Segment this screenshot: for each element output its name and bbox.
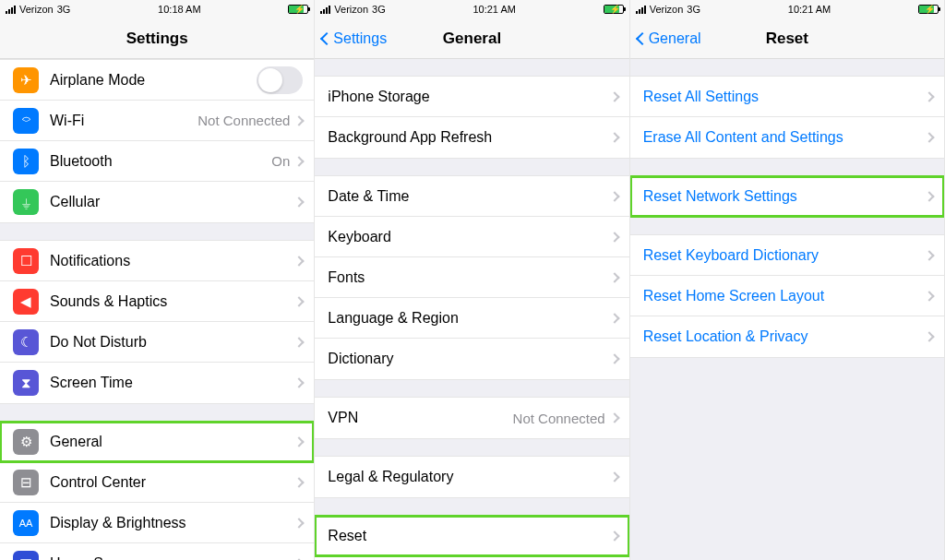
signal-icon	[320, 6, 330, 14]
row-label: Wi-Fi	[50, 113, 197, 129]
row-label: Reset Network Settings	[643, 188, 926, 205]
row-date-time[interactable]: Date & Time	[315, 176, 628, 217]
row-fonts[interactable]: Fonts	[315, 257, 628, 298]
row-label: Cellular	[50, 194, 295, 210]
row-erase-all-content-and-settings[interactable]: Erase All Content and Settings	[630, 117, 944, 158]
status-time: 10:18 AM	[158, 4, 200, 15]
signal-icon	[6, 6, 16, 14]
page-title: Reset	[766, 30, 808, 48]
row-control-center[interactable]: ⊟Control Center	[0, 462, 314, 503]
chevron-left-icon	[320, 31, 333, 44]
row-language-region[interactable]: Language & Region	[315, 298, 628, 339]
home-screen-icon: ▦	[13, 551, 39, 561]
chevron-right-icon	[609, 132, 619, 142]
chevron-right-icon	[294, 156, 305, 166]
row-reset-location-privacy[interactable]: Reset Location & Privacy	[630, 316, 944, 357]
row-vpn[interactable]: VPNNot Connected	[315, 398, 628, 438]
chevron-right-icon	[609, 91, 619, 101]
row-label: Screen Time	[50, 375, 295, 391]
row-display-brightness[interactable]: AADisplay & Brightness	[0, 503, 314, 543]
airplane-mode-icon: ✈	[13, 67, 39, 93]
row-sounds-haptics[interactable]: ◀Sounds & Haptics	[0, 281, 314, 322]
row-label: Notifications	[50, 253, 295, 269]
row-keyboard[interactable]: Keyboard	[315, 217, 628, 257]
settings-group: Reset Keyboard DictionaryReset Home Scre…	[630, 234, 944, 358]
chevron-right-icon	[924, 250, 934, 260]
row-label: Background App Refresh	[328, 129, 610, 146]
toggle-airplane-mode[interactable]	[257, 66, 303, 94]
chevron-right-icon	[609, 530, 619, 541]
network-text: 3G	[687, 4, 700, 15]
general-icon: ⚙	[13, 429, 39, 455]
row-background-app-refresh[interactable]: Background App Refresh	[315, 117, 628, 158]
chevron-right-icon	[294, 477, 305, 487]
row-label: Control Center	[50, 474, 295, 491]
status-time: 10:21 AM	[472, 4, 515, 15]
nav-bar: General Reset	[630, 18, 944, 59]
row-notifications[interactable]: ☐Notifications	[0, 241, 314, 281]
row-label: Reset All Settings	[643, 89, 926, 105]
row-label: Erase All Content and Settings	[643, 129, 926, 146]
row-screen-time[interactable]: ⧗Screen Time	[0, 363, 314, 403]
do-not-disturb-icon: ☾	[13, 329, 39, 355]
back-button[interactable]: Settings	[322, 30, 387, 47]
row-reset-network-settings[interactable]: Reset Network Settings	[630, 176, 944, 217]
status-bar: Verizon 3G 10:21 AM ⚡	[315, 0, 628, 18]
row-legal-regulatory[interactable]: Legal & Regulatory	[315, 457, 628, 497]
carrier-text: Verizon	[650, 4, 684, 15]
chevron-right-icon	[294, 436, 305, 447]
network-text: 3G	[57, 4, 71, 15]
row-cellular[interactable]: ⏚Cellular	[0, 182, 314, 222]
row-reset-home-screen-layout[interactable]: Reset Home Screen Layout	[630, 276, 944, 316]
general-list: iPhone StorageBackground App RefreshDate…	[315, 59, 628, 560]
row-shut-down[interactable]: Shut Down	[315, 556, 628, 560]
battery-icon: ⚡	[918, 5, 939, 14]
row-label: Reset Home Screen Layout	[643, 288, 926, 304]
row-general[interactable]: ⚙General	[0, 422, 314, 462]
row-label: Airplane Mode	[50, 72, 257, 89]
row-label: Home Screen	[50, 555, 295, 561]
row-label: Do Not Disturb	[50, 334, 295, 351]
chevron-right-icon	[294, 197, 305, 207]
row-reset[interactable]: Reset	[315, 516, 628, 556]
chevron-right-icon	[294, 256, 305, 266]
screen-time-icon: ⧗	[13, 370, 39, 396]
carrier-text: Verizon	[334, 4, 368, 15]
row-iphone-storage[interactable]: iPhone Storage	[315, 77, 628, 117]
battery-icon: ⚡	[288, 5, 308, 14]
back-button[interactable]: General	[638, 30, 701, 47]
chevron-right-icon	[294, 337, 305, 347]
row-home-screen[interactable]: ▦Home Screen	[0, 543, 314, 560]
row-reset-all-settings[interactable]: Reset All Settings	[630, 77, 944, 117]
back-label: General	[649, 30, 701, 47]
chevron-right-icon	[924, 132, 934, 142]
row-airplane-mode[interactable]: ✈Airplane Mode	[0, 60, 314, 101]
settings-group: Reset Network Settings	[630, 175, 944, 218]
bluetooth-icon: ᛒ	[13, 149, 39, 174]
settings-group: iPhone StorageBackground App Refresh	[315, 76, 628, 159]
chevron-right-icon	[609, 353, 619, 363]
chevron-right-icon	[294, 296, 305, 306]
settings-group: ☐Notifications◀Sounds & Haptics☾Do Not D…	[0, 240, 314, 404]
row-label: Keyboard	[328, 229, 610, 245]
row-label: General	[50, 434, 295, 450]
cellular-icon: ⏚	[13, 189, 39, 215]
chevron-right-icon	[609, 191, 619, 201]
row-label: Display & Brightness	[50, 515, 295, 531]
row-label: Language & Region	[328, 310, 610, 327]
back-label: Settings	[333, 30, 387, 47]
network-text: 3G	[372, 4, 386, 15]
row-dictionary[interactable]: Dictionary	[315, 339, 628, 379]
row-label: Date & Time	[328, 188, 610, 205]
chevron-right-icon	[924, 91, 934, 101]
settings-group: Legal & Regulatory	[315, 456, 628, 498]
display-brightness-icon: AA	[13, 510, 39, 536]
row-reset-keyboard-dictionary[interactable]: Reset Keyboard Dictionary	[630, 235, 944, 276]
row-bluetooth[interactable]: ᛒBluetoothOn	[0, 141, 314, 182]
row-wi-fi[interactable]: ⌔Wi-FiNot Connected	[0, 101, 314, 141]
row-label: Bluetooth	[50, 153, 271, 170]
row-do-not-disturb[interactable]: ☾Do Not Disturb	[0, 322, 314, 363]
row-label: Dictionary	[328, 351, 610, 367]
notifications-icon: ☐	[13, 248, 39, 274]
status-bar: Verizon 3G 10:18 AM ⚡	[0, 0, 314, 18]
